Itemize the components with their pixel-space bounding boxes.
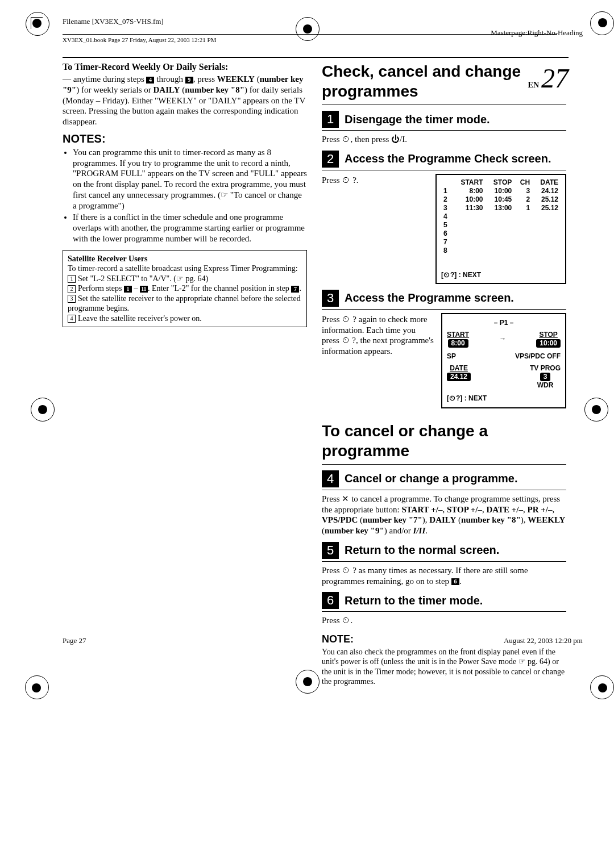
osd-programme-detail: – P1 – START 8:00 → STOP 10:00 SP xyxy=(441,313,566,408)
step-num-4: 4 xyxy=(322,470,339,487)
step-2-title: Access the Programme Check screen. xyxy=(345,152,551,166)
osd2-date: 24.12 xyxy=(447,373,471,381)
serials-body: — anytime during steps 4 through 9, pres… xyxy=(63,74,307,127)
sat-step-1: Set "L-2 SELECT" to "A/V". (☞ pg. 64) xyxy=(78,274,208,283)
step-4-title: Cancel or change a programme. xyxy=(345,471,518,486)
notes-heading: NOTES: xyxy=(63,132,307,146)
note-body: You can also check the programmes on the… xyxy=(322,647,566,687)
right-column: Check, cancel and change programmes 1 Di… xyxy=(322,61,566,688)
step-1-header: 1 Disengage the timer mode. xyxy=(322,111,566,131)
note-heading: NOTE: xyxy=(322,633,566,646)
page-body: EN 27 To Timer-Record Weekly Or Daily Se… xyxy=(63,57,569,688)
left-column: To Timer-Record Weekly Or Daily Serials:… xyxy=(63,61,307,688)
step-5-body: Press ⏲ ? as many times as necessary. If… xyxy=(322,565,566,587)
mini-step-4: 4 xyxy=(68,315,76,323)
mini-step-2: 2 xyxy=(68,285,76,293)
satellite-box-title: Satellite Receiver Users xyxy=(68,254,302,264)
osd2-ch: 3 xyxy=(540,373,551,381)
osd2-stop: 10:00 xyxy=(536,339,561,348)
step-4-body: Press ✕ to cancel a programme. To change… xyxy=(322,494,566,536)
step-4-header: 4 Cancel or change a programme. xyxy=(322,470,566,490)
step-num-1: 1 xyxy=(322,111,339,128)
satellite-box-intro: To timer-record a satellite broadcast us… xyxy=(68,264,302,274)
book-tag: XV3EX_01.book Page 27 Friday, August 22,… xyxy=(63,34,557,43)
sat-step-4: Leave the satellite receiver's power on. xyxy=(78,314,202,323)
filename-text: Filename [XV3EX_07S-VHS.fm] xyxy=(63,17,164,26)
page-num: 27 xyxy=(541,63,569,93)
step-6-header: 6 Return to the timer mode. xyxy=(322,592,566,612)
serials-head: To Timer-Record Weekly Or Daily Serials: xyxy=(63,61,307,73)
osd2-start: 8:00 xyxy=(448,339,468,348)
step-6-body: Press ⏲. xyxy=(322,615,566,626)
step-3-title: Access the Programme screen. xyxy=(345,291,514,305)
sat-step-3: Set the satellite receiver to the approp… xyxy=(68,294,301,313)
step-1-body: Press ⏲, then press ⏻/I. xyxy=(322,134,566,145)
step-ref-6: 6 xyxy=(451,578,459,585)
step-2-header: 2 Access the Programme Check screen. xyxy=(322,151,566,170)
step-num-3: 3 xyxy=(322,290,339,307)
step-3-body: Press ⏲ ? again to check more informatio… xyxy=(322,314,434,357)
satellite-box: Satellite Receiver Users To timer-record… xyxy=(63,250,307,328)
osd-table: START STOP CH DATE 18:0010:00324.12 210:… xyxy=(441,178,561,255)
step-ref-9: 9 xyxy=(185,77,193,84)
step-num-2: 2 xyxy=(322,151,339,168)
note-1: You can programme this unit to timer-rec… xyxy=(73,147,307,211)
step-3-header: 3 Access the Programme screen. xyxy=(322,290,566,310)
step-ref-4: 4 xyxy=(146,77,154,84)
sat-step-2: Perform steps 1 – 11. Enter "L-2" for th… xyxy=(78,284,301,293)
mini-step-1: 1 xyxy=(68,275,76,283)
page-number: EN 27 xyxy=(528,62,569,94)
step-num-6: 6 xyxy=(322,592,339,609)
section-cancel-change: To cancel or change a programme xyxy=(322,421,566,465)
step-5-title: Return to the normal screen. xyxy=(345,543,499,557)
step-6-title: Return to the timer mode. xyxy=(345,594,483,608)
osd2-foot: [⏲?] : NEXT xyxy=(447,394,561,403)
step-1-title: Disengage the timer mode. xyxy=(345,112,490,127)
step-2-body: Press ⏲ ?. xyxy=(322,175,429,186)
osd-foot-1: [⏲?] : NEXT xyxy=(441,271,561,279)
step-num-5: 5 xyxy=(322,542,339,559)
step-5-header: 5 Return to the normal screen. xyxy=(322,542,566,562)
osd-programme-list: START STOP CH DATE 18:0010:00324.12 210:… xyxy=(435,174,566,284)
mini-step-3: 3 xyxy=(68,295,76,303)
osd2-title: – P1 – xyxy=(447,319,561,327)
page-en: EN xyxy=(528,81,539,89)
note-2: If there is a conflict in the timer sche… xyxy=(73,212,307,244)
notes-list: You can programme this unit to timer-rec… xyxy=(63,147,307,244)
